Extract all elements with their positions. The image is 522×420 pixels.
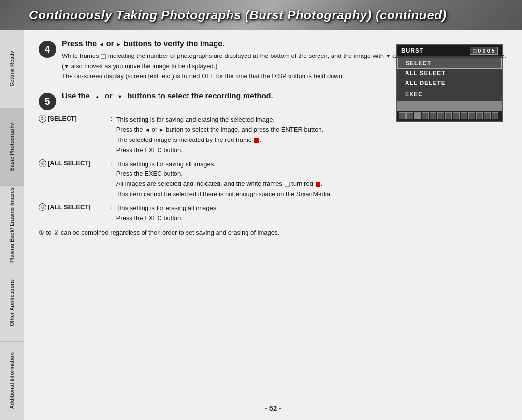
filmstrip-cell <box>453 112 460 119</box>
sidebar-tab-additional-information[interactable]: Additional Information <box>0 342 24 420</box>
menu-all-select: ALL SELECT <box>397 69 502 78</box>
sidebar: Getting Ready Basic Photography Playing … <box>0 30 24 420</box>
burst-label: BURST <box>401 47 423 54</box>
camera-overlay: BURST □ 0 0 0 5 SELECT ALL SELECT ALL DE… <box>397 45 502 101</box>
arrow-up-icon <box>95 92 100 100</box>
filmstrip-cell <box>476 112 483 119</box>
sidebar-tab-basic-photography[interactable]: Basic Photography <box>0 108 24 186</box>
filmstrip <box>397 111 502 121</box>
option-2-desc: This setting is for saving all images. P… <box>116 159 508 199</box>
filmstrip-cell <box>399 112 406 119</box>
menu-select: SELECT <box>397 58 502 69</box>
camera-menu: SELECT ALL SELECT ALL DELETE EXEC <box>397 56 502 101</box>
frame-indicator: □ <box>473 48 477 54</box>
option-1-label: [SELECT] <box>48 115 111 122</box>
option-3-circle: ③ <box>39 203 46 211</box>
sidebar-tab-label: Getting Ready <box>9 51 15 87</box>
arrow-left-icon <box>99 40 104 48</box>
arrow-down-icon <box>386 52 391 59</box>
page-title: Continuously Taking Photographs (Burst P… <box>29 8 447 23</box>
filmstrip-cell <box>422 112 429 119</box>
arrow-right-icon2 <box>159 126 164 133</box>
filmstrip-cell <box>414 112 421 119</box>
option-2-circle: ② <box>39 159 46 167</box>
option-row-2: ② [ALL SELECT] : This setting is for sav… <box>39 159 508 199</box>
option-3-colon: : <box>111 203 113 210</box>
header-banner: Continuously Taking Photographs (Burst P… <box>0 0 522 30</box>
option-1-colon: : <box>111 115 113 122</box>
arrow-down-icon2 <box>64 62 69 70</box>
option-3-desc: This setting is for erasing all images. … <box>116 203 508 224</box>
option-3-label: [ALL SELECT] <box>48 203 111 210</box>
sidebar-tab-label: Other Applications <box>9 279 15 326</box>
step5-number: 5 <box>39 93 56 110</box>
filmstrip-cell <box>430 112 436 119</box>
filmstrip-cell <box>492 112 498 119</box>
white-frame-icon <box>101 54 106 59</box>
camera-preview: BURST □ 0 0 0 5 SELECT ALL SELECT ALL DE… <box>396 44 503 122</box>
option-1-circle: ① <box>39 115 46 123</box>
camera-top-bar: BURST □ 0 0 0 5 <box>397 45 502 56</box>
red-frame-icon2 <box>316 182 320 187</box>
menu-all-delete: ALL DELETE <box>397 78 502 88</box>
arrow-right-icon <box>116 40 121 48</box>
option-2-label: [ALL SELECT] <box>48 159 111 167</box>
sidebar-tab-label: Playing Back/ Erasing Images <box>9 187 15 263</box>
filmstrip-cell <box>468 112 475 119</box>
step4-number: 4 <box>39 41 56 58</box>
sidebar-tab-label: Basic Photography <box>9 123 15 171</box>
note-line: ① to ③ can be combined regardless of the… <box>39 228 508 238</box>
sidebar-tab-label: Additional Information <box>9 352 15 409</box>
sidebar-tab-other-applications[interactable]: Other Applications <box>0 264 24 342</box>
red-frame-icon <box>254 138 259 143</box>
menu-exec: EXEC <box>397 88 502 99</box>
filmstrip-cell <box>406 112 413 119</box>
arrow-down-icon3 <box>117 92 123 100</box>
filmstrip-cell <box>437 112 444 119</box>
filmstrip-cell <box>484 112 491 119</box>
page-number: - 52 - <box>264 404 281 412</box>
step4-section: 4 Press the or buttons to verify the ima… <box>39 40 508 81</box>
count-value: 0 0 0 5 <box>478 48 494 54</box>
filmstrip-cell <box>461 112 467 119</box>
sidebar-tab-getting-ready[interactable]: Getting Ready <box>0 30 24 108</box>
white-frame-icon2 <box>285 182 290 187</box>
frame-count: □ 0 0 0 5 <box>470 47 498 55</box>
sidebar-tab-playing-back[interactable]: Playing Back/ Erasing Images <box>0 186 24 264</box>
option-2-colon: : <box>111 159 113 167</box>
arrow-left-icon2 <box>145 126 150 133</box>
main-content: 4 Press the or buttons to verify the ima… <box>24 30 522 420</box>
step5-heading: Use the or buttons to select the recordi… <box>62 92 273 100</box>
filmstrip-cell <box>445 112 452 119</box>
option-row-3: ③ [ALL SELECT] : This setting is for era… <box>39 203 508 224</box>
